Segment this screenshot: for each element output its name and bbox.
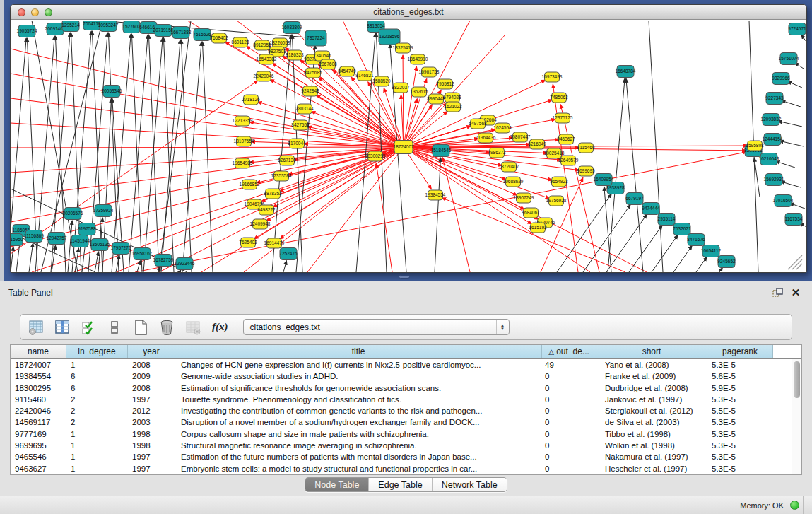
cell-pagerank: 5.3E-5 — [707, 463, 773, 474]
table-row[interactable]: 1938455462009Genome-wide association stu… — [11, 370, 801, 382]
memory-status-label: Memory: OK — [740, 501, 784, 510]
citation-edge-red[interactable] — [311, 112, 404, 147]
citation-edge-black[interactable] — [779, 141, 804, 146]
citation-edge-black[interactable] — [283, 261, 286, 272]
column-header-in_degree[interactable]: in_degree — [66, 345, 128, 358]
close-window-icon[interactable] — [18, 8, 25, 16]
table-row[interactable]: 911546021997Tourette syndrome. Phenomeno… — [11, 394, 801, 405]
citation-edge-black[interactable] — [781, 182, 801, 187]
citation-edge-red[interactable] — [11, 147, 404, 247]
node-label: 7986372 — [488, 150, 506, 155]
citation-edge-black[interactable] — [163, 37, 174, 272]
citation-edge-black[interactable] — [778, 121, 802, 127]
column-header-title[interactable]: title — [175, 345, 542, 358]
citation-edge-black[interactable] — [29, 243, 33, 272]
tab-edge-table[interactable]: Edge Table — [368, 478, 431, 491]
citation-edge-red[interactable] — [270, 80, 404, 147]
node-label: 12409948 — [250, 221, 271, 226]
citation-edge-black[interactable] — [696, 257, 707, 272]
minimize-window-icon[interactable] — [31, 8, 39, 16]
tab-network-table[interactable]: Network Table — [432, 478, 507, 491]
citation-edge-black[interactable] — [202, 42, 213, 272]
cell-year: 1998 — [128, 428, 175, 440]
table-row[interactable]: 969969511998Structural magnetic resonanc… — [11, 440, 801, 451]
table-column-icon[interactable] — [54, 319, 71, 336]
citation-edge-black[interactable] — [272, 35, 291, 272]
node-label: 19384554 — [425, 192, 446, 197]
citation-edge-red[interactable] — [560, 105, 599, 272]
cell-out_de: 0 — [542, 451, 596, 462]
cell-name: 18724007 — [11, 359, 66, 370]
citation-edge-black[interactable] — [88, 33, 107, 272]
node-label: 2867608 — [319, 62, 337, 66]
table-row[interactable]: 1830029562008Estimation of significance … — [11, 382, 801, 394]
table-settings-icon[interactable] — [28, 319, 45, 336]
citation-edge-black[interactable] — [161, 40, 180, 272]
column-header-out_de[interactable]: △ out_de... — [542, 345, 596, 358]
citation-edge-black[interactable] — [108, 33, 119, 272]
citation-edge-black[interactable] — [11, 247, 13, 272]
function-builder-icon[interactable]: f(x) — [211, 321, 230, 333]
citation-edge-red[interactable] — [32, 147, 404, 272]
node-label: 13505135 — [90, 242, 110, 247]
citation-edge-black[interactable] — [182, 42, 201, 272]
column-header-pagerank[interactable]: pagerank — [707, 345, 773, 358]
table-row[interactable]: 1456911722003Disruption of a novel membe… — [11, 416, 801, 428]
cell-pagerank: 5.3E-5 — [707, 416, 773, 428]
table-row[interactable]: 977716911998Corpus callosum shape and si… — [11, 428, 801, 440]
checklist-icon[interactable] — [80, 319, 97, 336]
node-label: 16210643 — [759, 156, 779, 161]
tab-node-table[interactable]: Node Table — [305, 478, 368, 491]
network-canvas[interactable]: 1905572420691406129521470647121095324715… — [11, 21, 806, 272]
node-label: 8471676 — [687, 237, 705, 242]
zoom-window-icon[interactable] — [45, 8, 52, 16]
citation-edge-black[interactable] — [148, 35, 159, 272]
citation-edge-black[interactable] — [652, 235, 678, 272]
table-row[interactable]: 946362711997Embryonic stem cells: a mode… — [11, 463, 801, 474]
node-label: 16961758 — [419, 69, 440, 74]
citation-network-graph[interactable]: 1905572420691406129521470647121095324715… — [11, 21, 806, 272]
citation-edge-black[interactable] — [719, 267, 722, 272]
scrollbar-thumb[interactable] — [794, 361, 800, 398]
citation-edge-black[interactable] — [181, 40, 192, 272]
citation-edge-black[interactable] — [435, 158, 440, 272]
citation-edge-black[interactable] — [143, 37, 163, 272]
citation-edge-black[interactable] — [629, 225, 662, 272]
memory-ok-indicator-icon[interactable] — [790, 501, 799, 510]
table-row[interactable]: 946554611997Estimation of the future num… — [11, 451, 801, 462]
citation-edge-black[interactable] — [180, 270, 181, 272]
citation-edge-red[interactable] — [258, 102, 404, 147]
citation-edge-black[interactable] — [801, 35, 806, 42]
close-panel-icon[interactable]: ✕ — [789, 286, 802, 299]
table-scrollbar[interactable] — [792, 359, 801, 474]
trash-icon[interactable] — [158, 319, 175, 336]
new-document-icon[interactable] — [132, 319, 149, 336]
dropdown-stepper-icon[interactable]: ▲▼ — [496, 320, 509, 334]
node-label: 10654112 — [701, 248, 722, 253]
column-header-year[interactable]: year — [128, 345, 175, 358]
node-label: 8267130 — [278, 158, 296, 163]
citation-edge-black[interactable] — [390, 44, 406, 272]
pane-divider-handle[interactable] — [399, 275, 410, 279]
citation-edge-black[interactable] — [673, 245, 692, 272]
citation-edge-red[interactable] — [404, 147, 590, 272]
citation-edge-black[interactable] — [95, 252, 98, 272]
column-header-name[interactable]: name — [11, 345, 66, 358]
cell-title: Tourette syndrome. Phenomenology and cla… — [175, 394, 542, 405]
network-window-titlebar[interactable]: citations_edges.txt — [11, 5, 806, 20]
cell-out_de: 0 — [542, 463, 596, 474]
table-selector-dropdown[interactable]: citations_edges.txt ▲▼ — [243, 319, 510, 335]
table-body: 1872400712008Changes of HCN gene express… — [11, 359, 801, 474]
rows-icon[interactable] — [106, 319, 123, 336]
column-header-short[interactable]: short — [596, 345, 707, 358]
float-panel-icon[interactable] — [771, 286, 784, 299]
table-row[interactable]: 1872400712008Changes of HCN gene express… — [11, 359, 801, 370]
window-resize-grip[interactable] — [784, 254, 805, 271]
cell-in_degree: 1 — [66, 428, 128, 440]
citation-edge-black[interactable] — [776, 161, 795, 168]
citation-edge-black[interactable] — [789, 203, 805, 209]
citation-edge-black[interactable] — [782, 100, 801, 107]
table-panel-title: Table Panel — [8, 288, 53, 298]
table-row[interactable]: 2242004622012Investigating the contribut… — [11, 405, 801, 416]
citation-edge-red[interactable] — [11, 74, 404, 147]
